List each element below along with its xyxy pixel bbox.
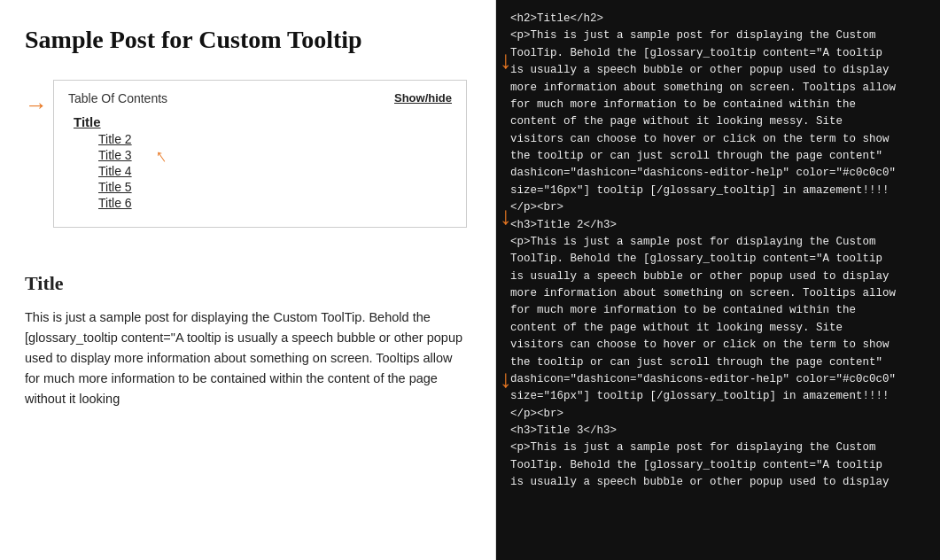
post-title: Sample Post for Custom Tooltip: [25, 25, 467, 55]
toc-sublist: Title 2 Title 3 Title 4 Title 5 Title 6: [98, 132, 452, 211]
section-body: This is just a sample post for displayin…: [25, 307, 467, 410]
section-heading: Title: [25, 272, 467, 295]
toc-link-title-1[interactable]: Title: [74, 114, 101, 129]
code-content: <h2>Title</h2> <p>This is just a sample …: [496, 0, 940, 502]
toc-item-title-1: Title Title 2 Title 3 Title 4 Title 5: [74, 114, 452, 211]
toc-item-title-3: Title 3: [98, 148, 452, 163]
toc-section: → Table Of Contents Show/hide Title Titl…: [25, 80, 467, 254]
toc-link-title-5[interactable]: Title 5: [98, 180, 132, 194]
toc-link-title-3[interactable]: Title 3: [98, 148, 132, 162]
show-hide-button[interactable]: Show/hide: [394, 91, 452, 105]
toc-item-title-4: Title 4: [98, 164, 452, 179]
toc-container: Table Of Contents Show/hide Title Title …: [53, 80, 467, 228]
toc-item-title-5: Title 5: [98, 180, 452, 195]
toc-header: Table Of Contents Show/hide: [68, 91, 452, 105]
toc-item-title-2: Title 2: [98, 132, 452, 147]
left-panel: Sample Post for Custom Tooltip → Table O…: [0, 0, 496, 560]
toc-link-title-4[interactable]: Title 4: [98, 164, 132, 178]
code-panel: <h2>Title</h2> <p>This is just a sample …: [496, 0, 940, 502]
toc-arrow-left: →: [25, 92, 48, 119]
toc-link-title-2[interactable]: Title 2: [98, 132, 132, 146]
toc-link-title-6[interactable]: Title 6: [98, 196, 132, 210]
toc-list: Title Title 2 Title 3 Title 4 Title 5: [74, 114, 452, 211]
toc-title-label: Table Of Contents: [68, 91, 167, 105]
toc-item-title-6: Title 6: [98, 196, 452, 211]
right-panel: ↓ ↓ ↓ <h2>Title</h2> <p>This is just a s…: [496, 0, 940, 560]
